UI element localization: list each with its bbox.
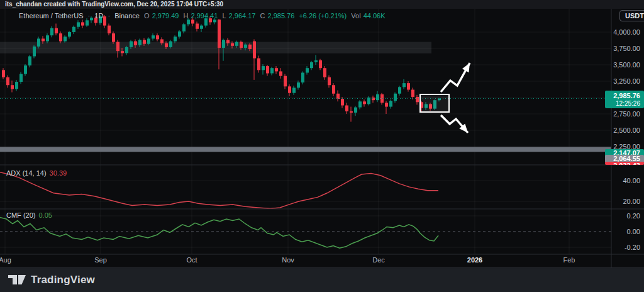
up-arrow-drawing[interactable] [441, 63, 470, 92]
adx-line [0, 172, 438, 209]
cmf-line [0, 218, 438, 249]
attribution-text: its_chandan created with TradingView.com… [5, 1, 223, 8]
cmf-indicator-legend[interactable]: CMF (20)0.05 [6, 211, 52, 219]
adx-indicator-legend[interactable]: ADX (14, 14)30.39 [6, 169, 67, 177]
price-chart-canvas[interactable] [0, 0, 644, 292]
cmf-label: CMF (20) [6, 211, 35, 219]
currency-toggle-button[interactable]: USDT [619, 10, 644, 21]
tradingview-snapshot: its_chandan created with TradingView.com… [0, 0, 644, 292]
support-resistance-zones[interactable] [0, 42, 611, 152]
symbol-legend: Ethereum / TetherUS · 1D · Binance O 2,9… [19, 12, 388, 20]
open-value: 2,979.49 [152, 12, 179, 20]
adx-label: ADX (14, 14) [6, 169, 47, 177]
interval-label[interactable]: 1D [94, 12, 103, 20]
legend-separator: · [88, 12, 91, 20]
symbol-name[interactable]: Ethereum / TetherUS [19, 12, 84, 20]
tradingview-logo[interactable]: TradingView [8, 274, 95, 286]
change-value: +6.26 (+0.21%) [299, 12, 347, 20]
footer-bar: TradingView [0, 267, 644, 292]
close-value: 2,985.76 [268, 12, 295, 20]
low-key: L [222, 12, 226, 20]
legend-separator: · [108, 12, 110, 20]
tradingview-logo-icon [8, 275, 26, 285]
low-value: 2,964.17 [229, 12, 256, 20]
high-key: H [184, 12, 189, 20]
open-key: O [144, 12, 150, 20]
candlestick-series [2, 15, 441, 122]
tradingview-logo-text: TradingView [31, 274, 95, 286]
attribution-bar: its_chandan created with TradingView.com… [0, 0, 644, 9]
exchange-label[interactable]: Binance [114, 12, 140, 20]
highlight-rectangle[interactable] [420, 94, 449, 112]
volume-key: Vol [351, 12, 360, 20]
high-value: 2,994.41 [191, 12, 218, 20]
volume-value: 44.06K [364, 12, 386, 20]
adx-value: 30.39 [50, 169, 67, 177]
close-key: C [260, 12, 265, 20]
cmf-value: 0.05 [38, 211, 52, 219]
